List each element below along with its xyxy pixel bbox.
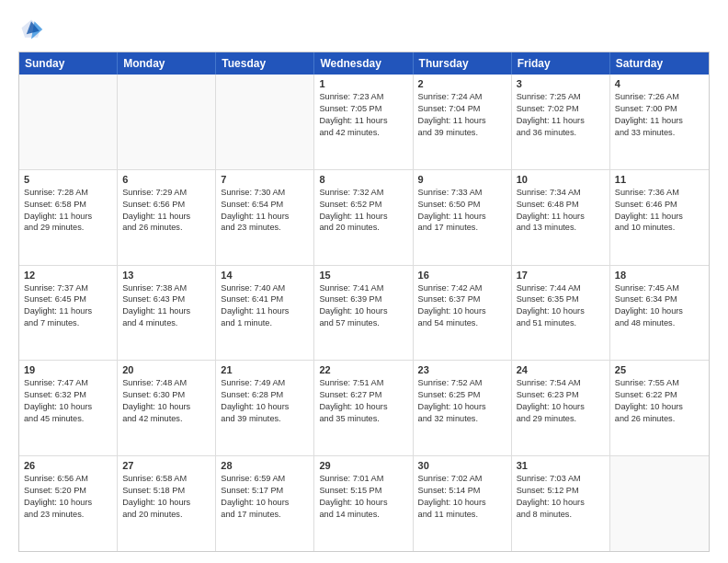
cell-line: Sunrise: 7:49 AM: [221, 377, 309, 389]
cell-line: Daylight: 10 hours: [319, 497, 407, 509]
cell-line: Sunrise: 6:58 AM: [122, 473, 210, 485]
day-cell-21: 21Sunrise: 7:49 AMSunset: 6:28 PMDayligh…: [216, 361, 314, 455]
day-number: 3: [517, 78, 605, 89]
cell-line: Sunset: 6:54 PM: [221, 199, 309, 211]
cell-line: Sunrise: 7:03 AM: [517, 473, 605, 485]
logo: [18, 17, 48, 42]
cell-line: Sunset: 6:52 PM: [319, 199, 407, 211]
cell-line: Sunset: 7:02 PM: [517, 103, 605, 115]
day-cell-10: 10Sunrise: 7:34 AMSunset: 6:48 PMDayligh…: [512, 170, 610, 265]
cell-line: and 23 minutes.: [221, 222, 309, 234]
cell-line: Daylight: 10 hours: [418, 305, 506, 317]
day-number: 1: [319, 78, 407, 89]
day-number: 20: [122, 364, 210, 375]
cell-line: and 57 minutes.: [319, 317, 407, 329]
cell-line: Sunrise: 7:51 AM: [319, 377, 407, 389]
empty-cell: [19, 75, 118, 169]
cell-line: and 26 minutes.: [615, 413, 704, 425]
day-number: 14: [221, 270, 309, 281]
header-cell-thursday: Thursday: [414, 52, 512, 75]
cell-line: Sunrise: 7:34 AM: [517, 187, 605, 199]
day-number: 30: [418, 460, 506, 471]
cell-line: Daylight: 11 hours: [221, 211, 309, 223]
day-cell-11: 11Sunrise: 7:36 AMSunset: 6:46 PMDayligh…: [610, 170, 709, 265]
calendar-body: 1Sunrise: 7:23 AMSunset: 7:05 PMDaylight…: [19, 75, 709, 551]
cell-line: Sunset: 7:00 PM: [615, 103, 704, 115]
cell-line: and 20 minutes.: [122, 509, 210, 521]
day-cell-20: 20Sunrise: 7:48 AMSunset: 6:30 PMDayligh…: [118, 361, 216, 455]
cell-line: and 17 minutes.: [221, 509, 309, 521]
day-cell-22: 22Sunrise: 7:51 AMSunset: 6:27 PMDayligh…: [314, 361, 413, 455]
day-cell-6: 6Sunrise: 7:29 AMSunset: 6:56 PMDaylight…: [118, 170, 216, 265]
day-cell-23: 23Sunrise: 7:52 AMSunset: 6:25 PMDayligh…: [414, 361, 512, 455]
cell-line: Sunrise: 7:42 AM: [418, 282, 506, 294]
cell-line: and 32 minutes.: [418, 413, 506, 425]
cell-line: Sunrise: 7:24 AM: [418, 91, 506, 103]
cell-line: Sunset: 6:25 PM: [418, 389, 506, 401]
day-cell-25: 25Sunrise: 7:55 AMSunset: 6:22 PMDayligh…: [610, 361, 709, 455]
cell-line: Sunset: 5:14 PM: [418, 485, 506, 497]
cell-line: Sunrise: 7:30 AM: [221, 187, 309, 199]
day-cell-2: 2Sunrise: 7:24 AMSunset: 7:04 PMDaylight…: [414, 75, 512, 169]
day-cell-14: 14Sunrise: 7:40 AMSunset: 6:41 PMDayligh…: [216, 266, 314, 361]
cell-line: Sunrise: 7:40 AM: [221, 282, 309, 294]
cell-line: and 10 minutes.: [615, 222, 704, 234]
cell-line: Sunset: 6:22 PM: [615, 389, 704, 401]
cell-line: Sunset: 6:32 PM: [24, 389, 112, 401]
day-number: 16: [418, 270, 506, 281]
cell-line: Sunrise: 7:33 AM: [418, 187, 506, 199]
day-number: 17: [517, 270, 605, 281]
day-cell-31: 31Sunrise: 7:03 AMSunset: 5:12 PMDayligh…: [512, 456, 610, 551]
day-number: 6: [122, 174, 210, 185]
cell-line: Sunset: 6:34 PM: [615, 293, 704, 305]
cell-line: Daylight: 11 hours: [24, 305, 112, 317]
cell-line: Daylight: 11 hours: [517, 211, 605, 223]
cell-line: Daylight: 10 hours: [221, 401, 309, 413]
cell-line: and 48 minutes.: [615, 317, 704, 329]
cell-line: Sunset: 6:50 PM: [418, 199, 506, 211]
day-cell-17: 17Sunrise: 7:44 AMSunset: 6:35 PMDayligh…: [512, 266, 610, 361]
cell-line: and 29 minutes.: [24, 222, 112, 234]
day-cell-24: 24Sunrise: 7:54 AMSunset: 6:23 PMDayligh…: [512, 361, 610, 455]
day-cell-30: 30Sunrise: 7:02 AMSunset: 5:14 PMDayligh…: [414, 456, 512, 551]
cell-line: Sunset: 6:30 PM: [122, 389, 210, 401]
cell-line: Sunrise: 7:44 AM: [517, 282, 605, 294]
cell-line: Sunset: 6:58 PM: [24, 199, 112, 211]
header-cell-sunday: Sunday: [19, 52, 118, 75]
day-cell-18: 18Sunrise: 7:45 AMSunset: 6:34 PMDayligh…: [610, 266, 709, 361]
day-cell-1: 1Sunrise: 7:23 AMSunset: 7:05 PMDaylight…: [314, 75, 413, 169]
cell-line: Daylight: 11 hours: [418, 211, 506, 223]
cell-line: and 51 minutes.: [517, 317, 605, 329]
cell-line: Daylight: 11 hours: [517, 115, 605, 127]
cell-line: and 4 minutes.: [122, 317, 210, 329]
cell-line: Sunrise: 7:29 AM: [122, 187, 210, 199]
empty-cell: [118, 75, 216, 169]
day-number: 23: [418, 364, 506, 375]
cell-line: Daylight: 10 hours: [221, 497, 309, 509]
day-number: 4: [615, 78, 704, 89]
cell-line: Sunrise: 7:52 AM: [418, 377, 506, 389]
cell-line: Sunrise: 6:56 AM: [24, 473, 112, 485]
day-cell-3: 3Sunrise: 7:25 AMSunset: 7:02 PMDaylight…: [512, 75, 610, 169]
day-number: 12: [24, 270, 112, 281]
day-cell-4: 4Sunrise: 7:26 AMSunset: 7:00 PMDaylight…: [610, 75, 709, 169]
cell-line: Daylight: 10 hours: [24, 401, 112, 413]
day-number: 24: [517, 364, 605, 375]
cell-line: Sunrise: 7:47 AM: [24, 377, 112, 389]
cell-line: Sunrise: 7:45 AM: [615, 282, 704, 294]
cell-line: and 11 minutes.: [418, 509, 506, 521]
cell-line: and 54 minutes.: [418, 317, 506, 329]
calendar-row-0: 1Sunrise: 7:23 AMSunset: 7:05 PMDaylight…: [19, 75, 709, 170]
cell-line: and 7 minutes.: [24, 317, 112, 329]
day-cell-8: 8Sunrise: 7:32 AMSunset: 6:52 PMDaylight…: [314, 170, 413, 265]
cell-line: Daylight: 11 hours: [615, 211, 704, 223]
cell-line: Daylight: 11 hours: [221, 305, 309, 317]
empty-cell: [610, 456, 709, 551]
day-cell-7: 7Sunrise: 7:30 AMSunset: 6:54 PMDaylight…: [216, 170, 314, 265]
cell-line: and 39 minutes.: [418, 127, 506, 139]
cell-line: and 33 minutes.: [615, 127, 704, 139]
day-number: 18: [615, 270, 704, 281]
cell-line: and 14 minutes.: [319, 509, 407, 521]
cell-line: Sunrise: 7:25 AM: [517, 91, 605, 103]
day-cell-29: 29Sunrise: 7:01 AMSunset: 5:15 PMDayligh…: [314, 456, 413, 551]
